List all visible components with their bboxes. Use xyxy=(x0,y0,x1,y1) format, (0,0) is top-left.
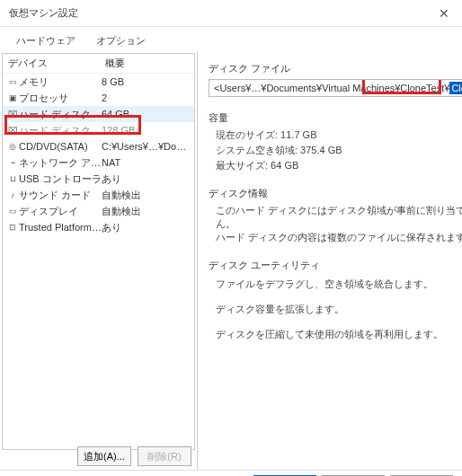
add-button[interactable]: 追加(A)... xyxy=(77,446,131,466)
device-value: あり xyxy=(102,172,191,186)
utilities-title: ディスク ユーティリティ xyxy=(209,259,462,272)
device-icon: ⌧ xyxy=(6,109,19,119)
capacity-free: システム空き領域: 375.4 GB xyxy=(216,144,462,157)
tab-bar: ハードウェア オプション xyxy=(0,27,462,51)
device-icon: ⌧ xyxy=(6,125,19,136)
device-label: プロセッサ xyxy=(19,92,102,105)
device-value: 64 GB xyxy=(102,109,191,119)
device-icon: ⊡ xyxy=(6,222,19,233)
hw-row[interactable]: ▣プロセッサ2 xyxy=(3,90,194,106)
disk-file-path[interactable]: <Users¥…¥Documents¥Virtual Machines¥Clon… xyxy=(209,79,462,97)
device-icon: ⌁ xyxy=(6,157,19,168)
device-label: サウンド カード xyxy=(19,189,102,202)
diskinfo-line1: このハード ディスクにはディスク領域が事前に割り当てられていません。 xyxy=(216,204,462,231)
device-label: USB コントローラ xyxy=(19,172,102,186)
window-title: 仮想マシン設定 xyxy=(9,6,435,20)
hw-row[interactable]: ⌧ハード ディスク(NVMe)64 GB xyxy=(3,106,194,122)
device-value: C:¥Users¥…¥Downloads¥cl… xyxy=(102,141,191,152)
expand-text: ディスク容量を拡張します。 xyxy=(216,303,462,316)
capacity-current: 現在のサイズ: 11.7 GB xyxy=(216,128,462,142)
path-selected: CloneTest.vmdk xyxy=(449,82,462,94)
close-icon[interactable]: ✕ xyxy=(435,6,453,21)
hw-row[interactable]: ♪サウンド カード自動検出 xyxy=(3,187,194,203)
device-label: CD/DVD(SATA) xyxy=(19,141,102,152)
tab-hardware[interactable]: ハードウェア xyxy=(7,31,84,51)
device-label: ディスプレイ xyxy=(19,205,102,218)
device-value: NAT xyxy=(102,157,191,168)
device-value: 自動検出 xyxy=(102,205,191,218)
device-value: 128 GB xyxy=(102,125,191,136)
disk-file-title: ディスク ファイル xyxy=(209,62,462,75)
device-icon: ♪ xyxy=(6,190,19,200)
device-label: Trusted Platform M… xyxy=(19,222,102,233)
device-value: あり xyxy=(102,221,191,234)
diskinfo-line2: ハード ディスクの内容は複数のファイルに保存されます。 xyxy=(216,231,462,244)
col-summary: 概要 xyxy=(100,54,194,73)
hw-row[interactable]: ⊡Trusted Platform M…あり xyxy=(3,219,194,235)
col-device: デバイス xyxy=(3,54,100,73)
hw-row[interactable]: ▭メモリ8 GB xyxy=(3,74,194,90)
device-icon: ▭ xyxy=(6,206,19,216)
tab-options[interactable]: オプション xyxy=(87,31,155,51)
device-label: ハード ディスク(NVMe) xyxy=(19,108,102,121)
device-icon: ▭ xyxy=(6,76,19,87)
defrag-text: ファイルをデフラグし、空き領域を統合します。 xyxy=(216,278,462,291)
highlight-box-2 xyxy=(362,79,441,94)
hw-row[interactable]: ⊔USB コントローラあり xyxy=(3,171,194,187)
settings-panel: ディスク ファイル <Users¥…¥Documents¥Virtual Mac… xyxy=(198,51,462,470)
dialog-footer: OK キャンセル ヘルプ xyxy=(0,470,462,476)
hardware-panel: デバイス 概要 ▭メモリ8 GB▣プロセッサ2⌧ハード ディスク(NVMe)64… xyxy=(0,51,198,470)
device-value: 2 xyxy=(102,93,191,103)
device-icon: ◎ xyxy=(6,141,19,152)
capacity-max: 最大サイズ: 64 GB xyxy=(216,159,462,172)
hw-row[interactable]: ◎CD/DVD(SATA)C:¥Users¥…¥Downloads¥cl… xyxy=(3,138,194,154)
hw-row[interactable]: ⌁ネットワーク アダプタNAT xyxy=(3,154,194,171)
hw-row[interactable]: ⌧ハード ディスク 2(NVM…128 GB xyxy=(3,122,194,138)
capacity-title: 容量 xyxy=(209,111,462,125)
remove-button: 削除(R) xyxy=(138,446,191,466)
device-value: 自動検出 xyxy=(102,189,191,202)
hw-row[interactable]: ▭ディスプレイ自動検出 xyxy=(3,203,194,219)
device-value: 8 GB xyxy=(102,76,191,87)
device-icon: ⊔ xyxy=(6,173,19,184)
device-label: ネットワーク アダプタ xyxy=(19,156,102,170)
device-icon: ▣ xyxy=(6,93,19,103)
diskinfo-title: ディスク情報 xyxy=(209,187,462,200)
compress-text: ディスクを圧縮して未使用の領域を再利用します。 xyxy=(216,328,462,341)
device-label: メモリ xyxy=(19,75,102,89)
device-label: ハード ディスク 2(NVM… xyxy=(19,124,102,137)
